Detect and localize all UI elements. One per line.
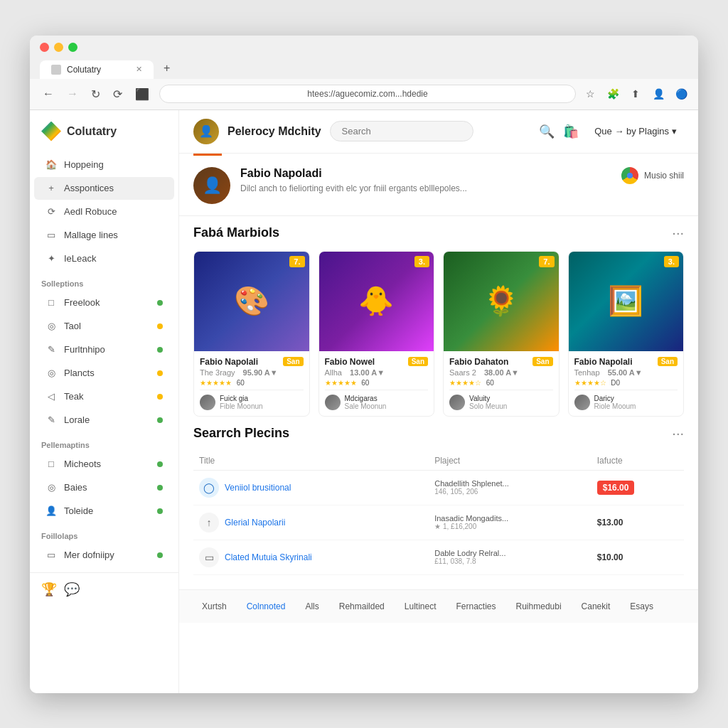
result-price-cell-0: $16.00 — [592, 470, 684, 505]
seller-avatar-2 — [449, 395, 465, 410]
account-icon[interactable]: 👤 — [651, 87, 665, 101]
minimize-button[interactable] — [54, 43, 63, 52]
art-card-2[interactable]: 🌻 7. Fabio Dahaton San Saars 2 38.00 A▼ — [443, 251, 560, 417]
grid-icon: ▭ — [46, 230, 57, 241]
col-price: Iafucte — [592, 451, 684, 471]
sidebar-item-lorale[interactable]: ✎ Lorale — [34, 409, 174, 432]
sidebar-item-plancts[interactable]: ◎ Plancts — [34, 362, 174, 385]
bottom-tab-alls[interactable]: Alls — [296, 597, 327, 616]
result-link-0[interactable]: Veniiol brusitional — [225, 483, 291, 493]
results-more-button[interactable]: ··· — [672, 425, 684, 441]
sidebar-item-micheots[interactable]: □ Micheots — [34, 453, 174, 476]
search-input[interactable] — [330, 121, 473, 141]
seller-info-0: Fuick gia Fible Moonun — [220, 395, 263, 410]
featured-section: Fabá Marbiols ··· 🎨 7. Fabio Napolali — [179, 216, 698, 425]
history-button[interactable]: ⟳ — [110, 85, 125, 104]
art-card-3[interactable]: 🖼️ 3. Fabio Napolali San Tenhap 55.00 A▼ — [568, 251, 685, 417]
box2-icon: □ — [46, 459, 57, 470]
sidebar-item-toleide[interactable]: 👤 Toleide — [34, 500, 174, 523]
bottom-tab-esays[interactable]: Esays — [621, 597, 662, 616]
card-badge-0: 7. — [289, 256, 304, 267]
chat-icon[interactable]: 💬 — [64, 582, 80, 597]
tab-bar: Colutatry ✕ + — [40, 58, 688, 79]
sidebar-logo: Colutatry — [30, 122, 178, 153]
results-title: Searrch Plecins — [193, 426, 289, 441]
art-card-0[interactable]: 🎨 7. Fabio Napolali San The 3ragy 95.90 … — [193, 251, 310, 417]
sidebar-item-freelook[interactable]: □ Freelook — [34, 291, 174, 314]
back-button[interactable]: ← — [40, 85, 57, 103]
menu-label: Que → by Plagins — [594, 126, 669, 136]
bookmark-icon[interactable]: ☆ — [583, 87, 597, 101]
result-icon-1: ↑ — [199, 513, 219, 532]
sidebar-footer: 🏆 💬 — [30, 572, 178, 597]
seller-info-2: Valuity Solo Meuun — [469, 395, 507, 410]
address-bar[interactable]: htees://aguecomiz.com...hdedie — [159, 85, 576, 103]
art-cards-grid: 🎨 7. Fabio Napolali San The 3ragy 95.90 … — [193, 251, 684, 417]
extension-icon[interactable]: 🧩 — [606, 87, 620, 101]
seller-avatar-0 — [200, 395, 215, 410]
shop-icon[interactable]: 🛍️ — [563, 124, 579, 139]
result-price-1: $13.00 — [597, 518, 623, 528]
main-header: 👤 Pelerocy Mdchity 🔍 🛍️ Que → by Plagins… — [179, 110, 698, 154]
close-button[interactable] — [40, 43, 49, 52]
star-icon: ✦ — [46, 253, 57, 264]
card-title-row-2: Fabio Dahaton San — [449, 357, 553, 367]
sidebar-item-label: Taol — [64, 321, 81, 331]
seller-avatar-3 — [574, 395, 590, 410]
sidebar-item-hopping[interactable]: 🏠 Hoppeing — [34, 154, 174, 176]
traffic-lights — [40, 43, 688, 52]
seller-info-3: Daricy Riole Mooum — [594, 395, 636, 410]
search-icon[interactable]: 🔍 — [539, 124, 555, 139]
chrome-icon — [621, 167, 638, 184]
sidebar-item-mer-dofniipy[interactable]: ▭ Mer dofniipy — [34, 544, 174, 567]
sidebar-item-asspontices[interactable]: + Asspontices — [34, 177, 174, 200]
result-row-0: ◯ Veniiol brusitional Chadellith Shplene… — [193, 470, 684, 505]
bottom-tab-xurtsh[interactable]: Xurtsh — [193, 597, 235, 616]
results-table-head: Title Plaject Iafucte — [193, 451, 684, 471]
result-link-1[interactable]: Glerial Napolarii — [225, 518, 285, 528]
result-price-cell-2: $10.00 — [592, 540, 684, 574]
user-icon: 👤 — [46, 505, 57, 517]
sidebar-item-label: Plancts — [64, 368, 95, 378]
tag-icon: ✎ — [46, 414, 57, 426]
col-title: Title — [193, 451, 429, 471]
chevron-down-icon: ▾ — [672, 126, 677, 136]
browser-tab[interactable]: Colutatry ✕ — [40, 60, 154, 79]
sidebar-item-baies[interactable]: ◎ Baies — [34, 476, 174, 499]
trophy-icon[interactable]: 🏆 — [41, 582, 57, 597]
bottom-tab-canekit[interactable]: Canekit — [573, 597, 619, 616]
new-tab-button[interactable]: + — [156, 58, 177, 79]
seller-name-1: Mdcigaras — [345, 395, 387, 402]
sidebar-item-furltnhipo[interactable]: ✎ Furltnhipo — [34, 338, 174, 361]
search-results-section: Searrch Plecins ··· Title Plaject Iafuct… — [179, 425, 698, 589]
forward-button[interactable]: → — [64, 85, 81, 103]
maximize-button[interactable] — [68, 43, 77, 52]
sidebar-item-ieleack[interactable]: ✦ IeLeack — [34, 247, 174, 270]
bottom-tab-colnnoted[interactable]: Colnnoted — [238, 597, 294, 616]
nav-bar: ← → ↻ ⟳ ⬛ htees://aguecomiz.com...hdedie… — [30, 79, 698, 110]
browser-window: Colutatry ✕ + ← → ↻ ⟳ ⬛ htees://aguecomi… — [30, 36, 698, 693]
bottom-tab-rehmailded[interactable]: Rehmailded — [331, 597, 393, 616]
bottom-tab-lultinect[interactable]: Lultinect — [396, 597, 445, 616]
result-icon-2: ▭ — [199, 547, 219, 567]
sidebar-item-taol[interactable]: ◎ Taol — [34, 315, 174, 338]
extensions-button[interactable]: ⬛ — [132, 85, 152, 104]
share-icon[interactable]: ⬆ — [628, 87, 643, 101]
doc-icon: ▭ — [46, 550, 57, 561]
tab-close-button[interactable]: ✕ — [136, 65, 142, 74]
refresh-button[interactable]: ↻ — [88, 85, 103, 104]
art-card-1[interactable]: 🐥 3. Fabio Nowel San Allha 13.00 A▼ — [318, 251, 435, 417]
sidebar-item-label: Micheots — [64, 459, 101, 469]
sidebar-item-teak[interactable]: ◁ Teak — [34, 385, 174, 408]
menu-button[interactable]: Que → by Plagins ▾ — [587, 122, 684, 141]
bottom-tab-ruihmedubi[interactable]: Ruihmedubi — [508, 597, 570, 616]
result-link-2[interactable]: Clated Mutuia Skyrinali — [225, 552, 312, 562]
seller-role-0: Fible Moonun — [220, 402, 263, 410]
bottom-tab-fernacties[interactable]: Fernacties — [448, 597, 505, 616]
profile-avatar[interactable]: 🔵 — [674, 87, 688, 101]
col-project: Plaject — [429, 451, 592, 471]
sidebar-item-aedl-robuce[interactable]: ⟳ Aedl Robuce — [34, 200, 174, 223]
section-more-button[interactable]: ··· — [672, 225, 684, 241]
sidebar-item-mallage-lines[interactable]: ▭ Mallage lines — [34, 224, 174, 247]
status-badge-baies — [157, 485, 163, 491]
